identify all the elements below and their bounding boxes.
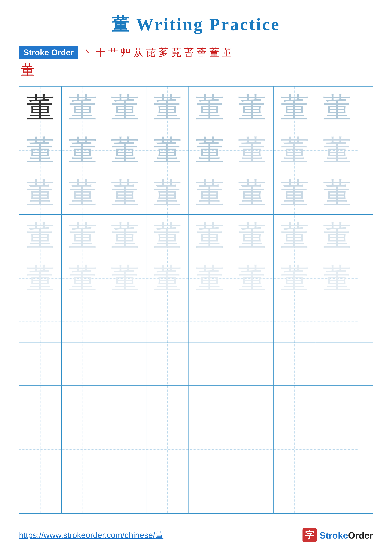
- grid-row-2: 董 董 董 董 董 董 董 董: [19, 129, 373, 172]
- grid-cell-empty[interactable]: [316, 343, 358, 385]
- grid-cell-empty[interactable]: [104, 300, 146, 343]
- grid-cell-empty[interactable]: [19, 428, 62, 471]
- grid-cell-empty[interactable]: [274, 471, 316, 513]
- grid-row-6: [19, 300, 373, 343]
- footer-logo-char: 字: [305, 529, 314, 541]
- grid-cell: 董: [62, 129, 104, 172]
- grid-cell: 董: [274, 129, 316, 172]
- grid-cell-empty[interactable]: [19, 300, 62, 343]
- grid-cell-empty[interactable]: [19, 471, 62, 513]
- grid-cell-empty[interactable]: [146, 300, 189, 343]
- grid-cell-empty[interactable]: [231, 386, 274, 428]
- stroke-12: 董: [222, 46, 232, 59]
- grid-cell: 董: [316, 257, 358, 300]
- writing-grid: 董 董 董 董 董 董 董 董 董 董 董 董 董 董 董 董 董 董 董 董 …: [19, 86, 373, 514]
- grid-cell-empty[interactable]: [189, 386, 231, 428]
- grid-cell: 董: [62, 257, 104, 300]
- grid-cell: 董: [274, 215, 316, 257]
- grid-cell-empty[interactable]: [189, 471, 231, 513]
- grid-cell: 董: [146, 215, 189, 257]
- grid-cell: 董: [19, 129, 62, 172]
- grid-cell: 董: [146, 172, 189, 214]
- grid-cell-empty[interactable]: [104, 386, 146, 428]
- stroke-9: 蓍: [184, 46, 194, 59]
- grid-cell-empty[interactable]: [316, 300, 358, 343]
- grid-cell-empty[interactable]: [189, 428, 231, 471]
- grid-cell: 董: [316, 215, 358, 257]
- grid-cell-empty[interactable]: [146, 386, 189, 428]
- grid-cell: 董: [62, 215, 104, 257]
- grid-cell-empty[interactable]: [316, 386, 358, 428]
- grid-cell-empty[interactable]: [189, 300, 231, 343]
- stroke-4: 艸: [121, 46, 131, 59]
- title-text: Writing Practice: [136, 15, 280, 34]
- grid-row-5: 董 董 董 董 董 董 董 董: [19, 257, 373, 300]
- grid-cell-empty[interactable]: [62, 300, 104, 343]
- grid-cell: 董: [104, 257, 146, 300]
- grid-cell: 董: [316, 129, 358, 172]
- grid-cell-empty[interactable]: [316, 428, 358, 471]
- page-title: 董 Writing Practice: [0, 0, 392, 46]
- grid-cell: 董: [274, 172, 316, 214]
- grid-cell-empty[interactable]: [231, 300, 274, 343]
- grid-cell-empty[interactable]: [104, 471, 146, 513]
- grid-cell-empty[interactable]: [19, 386, 62, 428]
- grid-row-8: [19, 386, 373, 428]
- grid-row-9: [19, 428, 373, 471]
- grid-cell-empty[interactable]: [146, 343, 189, 385]
- stroke-1: 丶: [83, 46, 93, 59]
- grid-row-3: 董 董 董 董 董 董 董 董: [19, 172, 373, 215]
- grid-cell: 董: [146, 129, 189, 172]
- grid-cell-empty[interactable]: [62, 386, 104, 428]
- grid-cell: 董: [104, 87, 146, 129]
- stroke-11: 蕫: [209, 46, 219, 59]
- grid-cell-empty[interactable]: [62, 471, 104, 513]
- stroke-large-char: 董: [19, 61, 373, 80]
- grid-cell-empty[interactable]: [189, 343, 231, 385]
- grid-cell-empty[interactable]: [104, 428, 146, 471]
- grid-cell: 董: [274, 257, 316, 300]
- grid-cell: 董: [146, 257, 189, 300]
- stroke-2: 十: [95, 46, 105, 59]
- grid-cell: 董: [231, 129, 274, 172]
- grid-cell-empty[interactable]: [146, 428, 189, 471]
- grid-cell-empty[interactable]: [231, 428, 274, 471]
- grid-row-7: [19, 343, 373, 386]
- grid-row-10: [19, 471, 373, 513]
- grid-cell: 董: [189, 172, 231, 214]
- stroke-order-section: Stroke Order 丶 十 艹 艸 苁 芘 茤 萖 蓍 薈 蕫 董 董: [0, 46, 392, 80]
- stroke-order-badge: Stroke Order: [19, 46, 78, 59]
- grid-cell: 董: [316, 87, 358, 129]
- grid-cell: 董: [189, 215, 231, 257]
- grid-cell: 董: [19, 172, 62, 214]
- grid-cell: 董: [231, 215, 274, 257]
- grid-cell-empty[interactable]: [146, 471, 189, 513]
- grid-cell-empty[interactable]: [231, 343, 274, 385]
- footer-url[interactable]: https://www.strokeorder.com/chinese/董: [19, 530, 163, 541]
- grid-cell-empty[interactable]: [274, 386, 316, 428]
- grid-cell: 董: [62, 87, 104, 129]
- grid-cell-empty[interactable]: [62, 428, 104, 471]
- footer-logo: 字 StrokeOrder: [302, 528, 373, 542]
- grid-cell-empty[interactable]: [62, 343, 104, 385]
- grid-cell-empty[interactable]: [274, 300, 316, 343]
- grid-cell-empty[interactable]: [104, 343, 146, 385]
- stroke-6: 芘: [146, 46, 156, 59]
- grid-cell-empty[interactable]: [274, 343, 316, 385]
- footer-logo-order: Order: [348, 530, 373, 540]
- grid-cell: 董: [316, 172, 358, 214]
- grid-cell-empty[interactable]: [316, 471, 358, 513]
- stroke-7: 茤: [159, 46, 169, 59]
- grid-cell: 董: [274, 87, 316, 129]
- grid-cell-empty[interactable]: [231, 471, 274, 513]
- grid-cell-empty[interactable]: [19, 343, 62, 385]
- stroke-5: 苁: [134, 46, 143, 59]
- footer-logo-icon: 字: [302, 528, 317, 542]
- grid-cell-empty[interactable]: [274, 428, 316, 471]
- stroke-10: 薈: [197, 46, 207, 59]
- grid-cell: 董: [19, 215, 62, 257]
- grid-cell: 董: [231, 87, 274, 129]
- grid-cell: 董: [146, 87, 189, 129]
- footer-logo-text: StrokeOrder: [320, 530, 373, 540]
- grid-cell: 董: [19, 87, 62, 129]
